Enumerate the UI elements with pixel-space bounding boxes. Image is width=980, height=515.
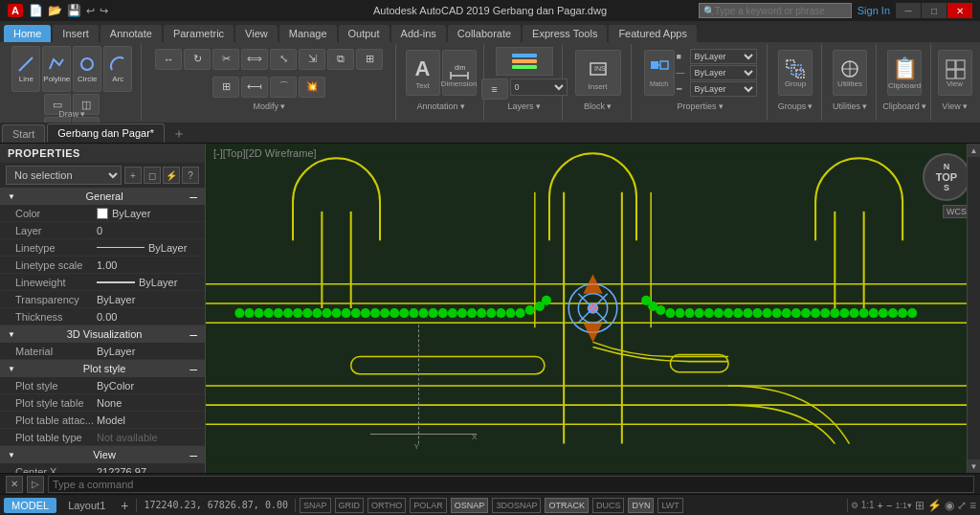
lwt-button[interactable]: LWT xyxy=(657,498,682,513)
tab-annotate[interactable]: Annotate xyxy=(100,25,162,42)
plot-style-value[interactable]: ByColor xyxy=(97,380,197,392)
annotation-expand[interactable]: ▾ xyxy=(460,101,465,111)
ducs-button[interactable]: DUCS xyxy=(592,498,625,513)
explode-button[interactable]: 💥 xyxy=(299,77,325,98)
modify-expand[interactable]: ▾ xyxy=(280,101,285,111)
section-general[interactable]: General – xyxy=(0,188,205,205)
thickness-value[interactable]: 0.00 xyxy=(97,311,197,323)
viewport[interactable]: [-][Top][2D Wireframe] xyxy=(206,144,980,473)
tab-collaborate[interactable]: Collaborate xyxy=(448,25,521,42)
fillet-button[interactable]: ⌒ xyxy=(270,77,297,98)
select-objects[interactable]: ◻ xyxy=(144,167,161,184)
toggle-pickadd[interactable]: + xyxy=(124,167,142,184)
match-props-button[interactable]: Match xyxy=(644,50,675,96)
zoom-out-button[interactable]: − xyxy=(886,500,892,511)
plot-style-table-value[interactable]: None xyxy=(97,397,197,409)
tab-view[interactable]: View xyxy=(235,25,278,42)
layer-properties-button[interactable] xyxy=(496,47,553,76)
drawing-canvas[interactable]: Y X xyxy=(206,144,980,473)
utilities-expand[interactable]: ▾ xyxy=(862,101,867,111)
collapse-view[interactable]: – xyxy=(189,448,197,461)
groups-expand[interactable]: ▾ xyxy=(808,101,813,111)
isolate-button[interactable]: ◉ xyxy=(945,499,954,512)
selection-dropdown[interactable]: No selection xyxy=(6,166,122,185)
ortho-button[interactable]: ORTHO xyxy=(368,498,406,513)
text-button[interactable]: A Text xyxy=(406,50,440,96)
view-expand[interactable]: ▾ xyxy=(963,101,968,111)
mirror-button[interactable]: ⟺ xyxy=(241,49,268,70)
help-button[interactable]: ? xyxy=(182,167,199,184)
add-layout-button[interactable]: + xyxy=(117,498,132,513)
transparency-value[interactable]: ByLayer xyxy=(97,294,197,305)
command-input[interactable] xyxy=(48,476,974,493)
layers-expand[interactable]: ▾ xyxy=(536,101,541,111)
arc-button[interactable]: Arc xyxy=(103,46,132,92)
lineweight-value[interactable]: ByLayer xyxy=(97,277,197,288)
clipboard-expand[interactable]: ▾ xyxy=(922,101,926,111)
dimension-button[interactable]: dim Dimension xyxy=(442,50,477,96)
section-view[interactable]: View – xyxy=(0,446,205,463)
section-3d-viz[interactable]: 3D Visualization – xyxy=(0,325,205,343)
line-button[interactable]: Line xyxy=(11,46,40,92)
linetype-value[interactable]: ByLayer xyxy=(97,242,197,254)
layer-value[interactable]: 0 xyxy=(97,225,197,236)
fullscreen-button[interactable]: ⤢ xyxy=(957,499,967,512)
copy-button[interactable]: ⧉ xyxy=(327,49,354,70)
offset-button[interactable]: ⊞ xyxy=(356,49,383,70)
clipboard-button[interactable]: 📋 Clipboard xyxy=(887,50,922,96)
lineweight-select[interactable]: ByLayer xyxy=(690,81,757,97)
osnap-button[interactable]: OSNAP xyxy=(451,498,489,513)
tab-drawing[interactable]: Gerbang dan Pagar* xyxy=(47,123,165,143)
stretch-button[interactable]: ⇲ xyxy=(299,49,325,70)
qa-save[interactable]: 💾 xyxy=(65,4,83,17)
cmd-arrow-button[interactable]: ▷ xyxy=(27,476,44,493)
array-button[interactable]: ⊞ xyxy=(212,77,239,98)
section-plot-style[interactable]: Plot style – xyxy=(0,360,205,377)
scale-button[interactable]: ⤡ xyxy=(270,49,297,70)
centerx-value[interactable]: 212276.97 xyxy=(97,466,197,474)
move-button[interactable]: ↔ xyxy=(155,49,182,70)
tab-home[interactable]: Home xyxy=(4,25,51,42)
hardware-accel-button[interactable]: ⚡ xyxy=(927,499,942,512)
quick-select[interactable]: ⚡ xyxy=(163,167,180,184)
3dosnap-button[interactable]: 3DOSNAP xyxy=(492,498,541,513)
tab-insert[interactable]: Insert xyxy=(53,25,99,42)
collapse-general[interactable]: – xyxy=(189,190,197,203)
tab-add-button[interactable]: ＋ xyxy=(165,123,193,143)
draw-expand[interactable]: ▾ xyxy=(80,109,85,119)
polyline-button[interactable]: Polyline xyxy=(42,46,71,92)
grid-button[interactable]: GRID xyxy=(335,498,365,513)
group-button[interactable]: Group xyxy=(778,50,813,96)
tab-express[interactable]: Express Tools xyxy=(523,25,607,42)
workspace-button[interactable]: ⚙ xyxy=(851,501,858,510)
cmd-close-button[interactable]: ✕ xyxy=(6,476,23,493)
tab-start[interactable]: Start xyxy=(2,124,45,143)
qa-new[interactable]: 📄 xyxy=(27,4,45,17)
tab-manage[interactable]: Manage xyxy=(279,25,337,42)
collapse-plot[interactable]: – xyxy=(189,362,197,375)
zoom-in-button[interactable]: + xyxy=(878,500,883,511)
dyn-button[interactable]: DYN xyxy=(628,498,654,513)
extend-button[interactable]: ⟻ xyxy=(241,77,268,98)
tab-featured[interactable]: Featured Apps xyxy=(609,25,697,42)
linetype-select[interactable]: ByLayer xyxy=(690,65,757,80)
properties-expand[interactable]: ▾ xyxy=(719,101,724,111)
utilities-button[interactable]: Utilities xyxy=(833,50,867,96)
polar-button[interactable]: POLAR xyxy=(410,498,447,513)
layer-select[interactable]: 0 xyxy=(510,78,568,96)
layout1-tab[interactable]: Layout1 xyxy=(60,498,113,513)
qa-open[interactable]: 📂 xyxy=(46,4,64,17)
otrack-button[interactable]: OTRACK xyxy=(545,498,589,513)
minimize-button[interactable]: ─ xyxy=(896,3,921,18)
tab-output[interactable]: Output xyxy=(339,25,390,42)
tab-addins[interactable]: Add-ins xyxy=(391,25,446,42)
customization-button[interactable]: ≡ xyxy=(969,499,976,512)
trim-button[interactable]: ✂ xyxy=(212,49,239,70)
plot-table-attac-value[interactable]: Model xyxy=(97,414,197,426)
maximize-button[interactable]: □ xyxy=(922,3,947,18)
block-expand[interactable]: ▾ xyxy=(607,101,612,111)
color-select[interactable]: ByLayer xyxy=(690,49,757,64)
linetype-scale-value[interactable]: 1.00 xyxy=(97,259,197,271)
match-layer-button[interactable]: ≡ xyxy=(481,78,508,100)
scroll-down-button[interactable]: ▼ xyxy=(968,459,981,473)
